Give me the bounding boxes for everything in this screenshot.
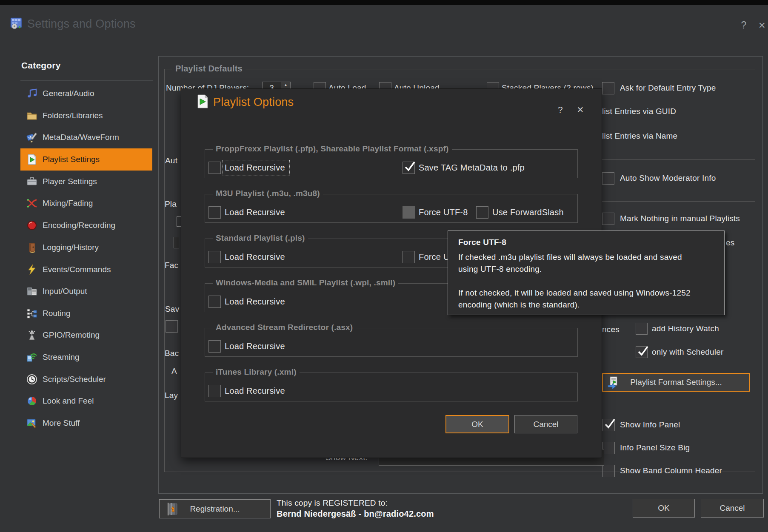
clock-icon [26,374,37,385]
sidebar-item-routing[interactable]: Routing [20,302,152,324]
window-title: Settings and Options [27,17,136,31]
group-title: Advanced Stream Redirector (.asx) [213,323,356,332]
modal-close-button[interactable]: ✕ [575,104,586,115]
fragment-label: Pla [165,198,180,211]
registered-to-value: Bernd Niedergesäß - bn@radio42.com [277,508,434,519]
sidebar-item-gpio-remoting[interactable]: GPIO/Remoting [20,324,152,346]
sidebar-item-metadata-waveform[interactable]: MetaData/WaveForm [20,126,152,148]
clipped-label-fragment: es [726,236,734,249]
load-recursive-label: Load Recursive [225,384,285,397]
load-recursive-checkbox-pfp[interactable] [208,162,221,174]
modal-ok-button[interactable]: OK [445,415,509,433]
record-circle-icon [26,220,37,231]
sidebar-item-look-and-feel[interactable]: Look and Feel [20,390,152,412]
sidebar-item-player-settings[interactable]: Player Settings [20,171,152,193]
group-title: iTunes Library (.xml) [213,367,300,377]
sidebar-item-playlist-settings[interactable]: Playlist Settings [20,148,152,171]
load-recursive-checkbox-wpl[interactable] [208,296,221,308]
save-tag-metadata-label: Save TAG MetaData to .pfp [419,161,525,174]
window-top-strip [0,0,768,5]
modal-help-button[interactable]: ? [555,104,566,115]
group-title: Standard Playlist (.pls) [213,233,308,243]
sidebar-item-mixing-fading[interactable]: Mixing/Fading [20,192,152,214]
mark-nothing-checkbox[interactable] [602,213,614,225]
show-info-panel-checkbox[interactable] [602,419,615,431]
load-recursive-label: Load Recursive [225,161,285,174]
sidebar-header: Category [21,59,61,72]
show-info-panel-label: Show Info Panel [620,418,680,431]
window-help-button[interactable]: ? [737,19,750,31]
window-close-button[interactable]: ✕ [756,19,768,32]
playlist-options-icon [197,94,208,110]
use-forwardslash-checkbox[interactable] [476,206,488,219]
footer-cancel-button[interactable]: Cancel [701,499,764,518]
briefcase-icon [26,176,37,187]
sidebar-item-input-output[interactable]: Input/Output [20,280,152,302]
sidebar-item-more-stuff[interactable]: More Stuff [20,412,152,434]
tooltip-line: using UTF-8 encoding. [458,263,542,275]
load-recursive-checkbox-xml[interactable] [208,385,221,397]
sidebar-item-encoding-recording[interactable]: Encoding/Recording [20,214,152,236]
save-tag-metadata-checkbox[interactable] [403,162,415,174]
fragment-label: A [171,365,180,378]
force-utf8-checkbox-m3u[interactable] [403,206,415,219]
sidebar-item-general-audio[interactable]: General/Audio [20,83,152,105]
load-recursive-label: Load Recursive [225,295,285,308]
only-with-scheduler-checkbox[interactable] [636,346,648,358]
io-device-icon [26,286,37,297]
folder-icon [26,110,37,121]
show-band-column-checkbox[interactable] [602,465,615,477]
load-recursive-label: Load Recursive [225,250,285,263]
mark-nothing-label: Mark Nothing in manual Playlists [620,212,740,225]
load-recursive-checkbox-asx[interactable] [208,340,221,353]
ask-default-entry-checkbox[interactable] [602,82,614,94]
info-panel-size-big-checkbox[interactable] [602,442,615,454]
divider [602,159,755,160]
sidebar-item-folders-libraries[interactable]: Folders/Libraries [20,105,152,127]
metadata-tag-icon [26,132,37,143]
tooltip-line: If checked .m3u playlist files will alwa… [458,251,682,263]
picture-icon [26,418,37,429]
modal-cancel-button[interactable]: Cancel [514,415,577,433]
load-recursive-label: Load Recursive [225,206,285,219]
playlist-format-settings-button[interactable]: Playlist Format Settings... [602,373,750,392]
use-forwardslash-label: Use ForwardSlash [492,206,564,219]
streaming-monitor-icon [26,352,37,363]
footer-ok-button[interactable]: OK [633,499,695,518]
force-utf8-tooltip: Force UTF-8 If checked .m3u playlist fil… [448,230,725,315]
entries-via-name-label: list Entries via Name [602,130,677,142]
sidebar-item-scripts-scheduler[interactable]: Scripts/Scheduler [20,368,152,390]
antenna-icon [26,330,37,341]
lightning-icon [26,264,37,275]
clipped-checkbox-fragment [166,320,178,333]
auto-show-moderator-checkbox[interactable] [602,172,614,185]
divider [602,201,755,202]
registration-button[interactable]: Registration... [159,499,271,518]
color-sphere-icon [26,395,37,407]
fragment-label: Fac [165,259,181,272]
entries-via-guid-label: list Entries via GUID [602,105,676,118]
add-history-watch-checkbox[interactable] [636,323,648,335]
clipped-label-fragment: nces [602,323,620,336]
routing-nodes-icon [26,308,37,319]
info-panel-size-big-label: Info Panel Size Big [620,441,690,454]
sidebar-underline [20,80,153,80]
group-title: ProppFrexx Playlist (.pfp), Shareable Pl… [213,144,452,154]
sidebar-item-events-commands[interactable]: Events/Commands [20,259,152,281]
fragment-label: Sav [165,303,180,316]
sidebar-item-streaming[interactable]: Streaming [20,346,152,368]
sidebar-item-logging-history[interactable]: Logging/History [20,236,152,259]
clipped-control-fragment [177,216,181,227]
group-title: Windows-Media and SMIL Playlist (.wpl, .… [213,278,398,287]
show-band-column-label: Show Band Column Header [620,464,722,477]
add-history-watch-label: add History Watch [652,322,719,335]
force-utf8-label: Force UTF-8 [419,206,468,219]
fragment-label: Aut [165,154,180,167]
load-recursive-checkbox-pls[interactable] [208,251,221,263]
group-title: M3U Playlist (.m3u, .m3u8) [213,189,323,198]
tooltip-line: encoding (which is the standard). [458,299,580,311]
force-utf8-checkbox-pls[interactable] [403,251,415,263]
only-with-scheduler-label: only with Scheduler [652,346,724,358]
load-recursive-checkbox-m3u[interactable] [208,206,221,219]
tooltip-title: Force UTF-8 [458,236,506,249]
